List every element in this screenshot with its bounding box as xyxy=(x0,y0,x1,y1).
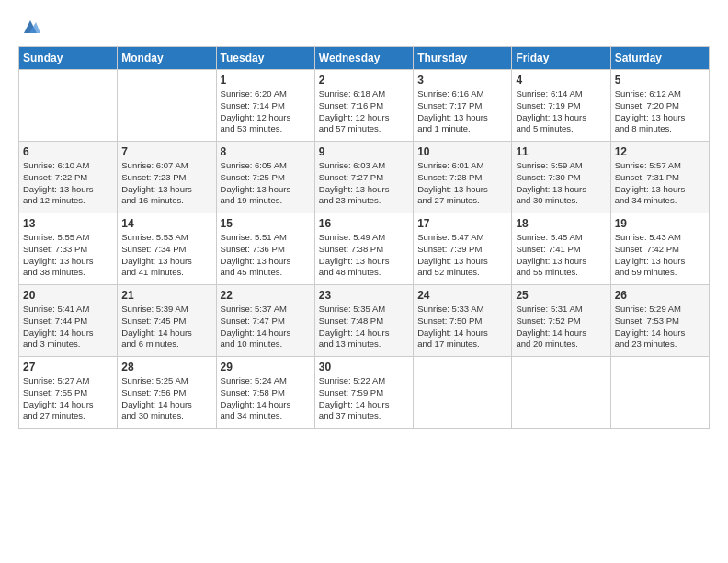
day-cell: 6Sunrise: 6:10 AM Sunset: 7:22 PM Daylig… xyxy=(19,142,118,213)
day-number: 8 xyxy=(221,145,311,158)
day-number: 24 xyxy=(417,289,507,302)
day-number: 27 xyxy=(23,361,113,373)
day-cell: 15Sunrise: 5:51 AM Sunset: 7:36 PM Dayli… xyxy=(216,213,314,285)
day-info: Sunrise: 6:12 AM Sunset: 7:20 PM Dayligh… xyxy=(615,88,705,135)
day-info: Sunrise: 5:51 AM Sunset: 7:36 PM Dayligh… xyxy=(221,232,311,279)
day-info: Sunrise: 6:05 AM Sunset: 7:25 PM Dayligh… xyxy=(221,160,311,207)
day-cell: 11Sunrise: 5:59 AM Sunset: 7:30 PM Dayli… xyxy=(512,142,610,213)
day-cell: 30Sunrise: 5:22 AM Sunset: 7:59 PM Dayli… xyxy=(314,357,413,429)
header xyxy=(18,17,710,37)
col-header-sunday: Sunday xyxy=(19,47,118,70)
day-cell: 24Sunrise: 5:33 AM Sunset: 7:50 PM Dayli… xyxy=(414,285,512,357)
day-number: 3 xyxy=(417,74,507,86)
day-info: Sunrise: 6:03 AM Sunset: 7:27 PM Dayligh… xyxy=(319,160,409,207)
logo-icon xyxy=(20,17,40,37)
day-number: 10 xyxy=(417,145,507,158)
col-header-tuesday: Tuesday xyxy=(216,47,314,70)
day-number: 23 xyxy=(319,289,409,302)
day-cell: 20Sunrise: 5:41 AM Sunset: 7:44 PM Dayli… xyxy=(19,285,118,357)
col-header-monday: Monday xyxy=(118,47,216,70)
day-info: Sunrise: 5:49 AM Sunset: 7:38 PM Dayligh… xyxy=(319,232,409,279)
day-info: Sunrise: 6:07 AM Sunset: 7:23 PM Dayligh… xyxy=(121,160,211,207)
day-number: 29 xyxy=(221,361,311,373)
day-info: Sunrise: 5:55 AM Sunset: 7:33 PM Dayligh… xyxy=(23,232,113,279)
calendar: SundayMondayTuesdayWednesdayThursdayFrid… xyxy=(18,46,710,429)
day-number: 1 xyxy=(221,74,311,86)
day-number: 5 xyxy=(615,74,705,86)
day-cell: 17Sunrise: 5:47 AM Sunset: 7:39 PM Dayli… xyxy=(414,213,512,285)
day-cell: 1Sunrise: 6:20 AM Sunset: 7:14 PM Daylig… xyxy=(216,70,314,142)
day-info: Sunrise: 5:41 AM Sunset: 7:44 PM Dayligh… xyxy=(23,304,113,350)
day-number: 14 xyxy=(121,217,211,230)
day-cell xyxy=(610,357,709,429)
day-cell: 18Sunrise: 5:45 AM Sunset: 7:41 PM Dayli… xyxy=(512,213,610,285)
day-cell: 2Sunrise: 6:18 AM Sunset: 7:16 PM Daylig… xyxy=(314,70,413,142)
day-number: 20 xyxy=(23,289,113,302)
day-info: Sunrise: 5:24 AM Sunset: 7:58 PM Dayligh… xyxy=(221,375,311,422)
day-number: 16 xyxy=(319,217,409,230)
day-info: Sunrise: 5:27 AM Sunset: 7:55 PM Dayligh… xyxy=(23,375,113,422)
day-cell xyxy=(512,357,610,429)
day-cell: 8Sunrise: 6:05 AM Sunset: 7:25 PM Daylig… xyxy=(216,142,314,213)
day-number: 25 xyxy=(516,289,606,302)
day-number: 26 xyxy=(615,289,705,302)
day-info: Sunrise: 6:20 AM Sunset: 7:14 PM Dayligh… xyxy=(221,88,311,135)
day-number: 11 xyxy=(516,145,606,158)
col-header-wednesday: Wednesday xyxy=(314,47,413,70)
day-cell: 16Sunrise: 5:49 AM Sunset: 7:38 PM Dayli… xyxy=(314,213,413,285)
day-cell: 28Sunrise: 5:25 AM Sunset: 7:56 PM Dayli… xyxy=(118,357,216,429)
col-header-saturday: Saturday xyxy=(610,47,709,70)
day-number: 19 xyxy=(615,217,705,230)
week-row-5: 27Sunrise: 5:27 AM Sunset: 7:55 PM Dayli… xyxy=(19,357,710,429)
day-cell: 10Sunrise: 6:01 AM Sunset: 7:28 PM Dayli… xyxy=(414,142,512,213)
day-cell: 23Sunrise: 5:35 AM Sunset: 7:48 PM Dayli… xyxy=(314,285,413,357)
day-cell: 27Sunrise: 5:27 AM Sunset: 7:55 PM Dayli… xyxy=(19,357,118,429)
day-info: Sunrise: 5:53 AM Sunset: 7:34 PM Dayligh… xyxy=(121,232,211,279)
day-cell: 26Sunrise: 5:29 AM Sunset: 7:53 PM Dayli… xyxy=(610,285,709,357)
week-row-3: 13Sunrise: 5:55 AM Sunset: 7:33 PM Dayli… xyxy=(19,213,710,285)
day-cell: 5Sunrise: 6:12 AM Sunset: 7:20 PM Daylig… xyxy=(610,70,709,142)
day-cell: 29Sunrise: 5:24 AM Sunset: 7:58 PM Dayli… xyxy=(216,357,314,429)
logo xyxy=(18,17,40,37)
day-cell xyxy=(414,357,512,429)
day-number: 30 xyxy=(319,361,409,373)
day-info: Sunrise: 6:14 AM Sunset: 7:19 PM Dayligh… xyxy=(516,88,606,135)
week-row-2: 6Sunrise: 6:10 AM Sunset: 7:22 PM Daylig… xyxy=(19,142,710,213)
day-number: 12 xyxy=(615,145,705,158)
day-info: Sunrise: 5:57 AM Sunset: 7:31 PM Dayligh… xyxy=(615,160,705,207)
day-cell: 12Sunrise: 5:57 AM Sunset: 7:31 PM Dayli… xyxy=(610,142,709,213)
day-info: Sunrise: 5:59 AM Sunset: 7:30 PM Dayligh… xyxy=(516,160,606,207)
day-info: Sunrise: 5:33 AM Sunset: 7:50 PM Dayligh… xyxy=(417,304,507,350)
day-info: Sunrise: 5:45 AM Sunset: 7:41 PM Dayligh… xyxy=(516,232,606,279)
page: SundayMondayTuesdayWednesdayThursdayFrid… xyxy=(0,0,728,563)
day-cell: 9Sunrise: 6:03 AM Sunset: 7:27 PM Daylig… xyxy=(314,142,413,213)
day-info: Sunrise: 6:16 AM Sunset: 7:17 PM Dayligh… xyxy=(417,88,507,135)
day-cell: 14Sunrise: 5:53 AM Sunset: 7:34 PM Dayli… xyxy=(118,213,216,285)
day-cell: 4Sunrise: 6:14 AM Sunset: 7:19 PM Daylig… xyxy=(512,70,610,142)
day-cell: 7Sunrise: 6:07 AM Sunset: 7:23 PM Daylig… xyxy=(118,142,216,213)
day-cell: 22Sunrise: 5:37 AM Sunset: 7:47 PM Dayli… xyxy=(216,285,314,357)
week-row-1: 1Sunrise: 6:20 AM Sunset: 7:14 PM Daylig… xyxy=(19,70,710,142)
day-info: Sunrise: 5:37 AM Sunset: 7:47 PM Dayligh… xyxy=(221,304,311,350)
day-number: 2 xyxy=(319,74,409,86)
day-cell: 21Sunrise: 5:39 AM Sunset: 7:45 PM Dayli… xyxy=(118,285,216,357)
day-number: 17 xyxy=(417,217,507,230)
day-number: 4 xyxy=(516,74,606,86)
day-info: Sunrise: 5:29 AM Sunset: 7:53 PM Dayligh… xyxy=(615,304,705,350)
day-number: 22 xyxy=(221,289,311,302)
week-row-4: 20Sunrise: 5:41 AM Sunset: 7:44 PM Dayli… xyxy=(19,285,710,357)
day-cell xyxy=(19,70,118,142)
day-cell: 19Sunrise: 5:43 AM Sunset: 7:42 PM Dayli… xyxy=(610,213,709,285)
day-number: 9 xyxy=(319,145,409,158)
col-header-thursday: Thursday xyxy=(414,47,512,70)
day-info: Sunrise: 6:18 AM Sunset: 7:16 PM Dayligh… xyxy=(319,88,409,135)
day-info: Sunrise: 5:35 AM Sunset: 7:48 PM Dayligh… xyxy=(319,304,409,350)
day-number: 6 xyxy=(23,145,113,158)
day-cell: 3Sunrise: 6:16 AM Sunset: 7:17 PM Daylig… xyxy=(414,70,512,142)
day-number: 28 xyxy=(121,361,211,373)
day-number: 15 xyxy=(221,217,311,230)
day-info: Sunrise: 6:01 AM Sunset: 7:28 PM Dayligh… xyxy=(417,160,507,207)
day-info: Sunrise: 6:10 AM Sunset: 7:22 PM Dayligh… xyxy=(23,160,113,207)
day-cell: 25Sunrise: 5:31 AM Sunset: 7:52 PM Dayli… xyxy=(512,285,610,357)
day-number: 21 xyxy=(121,289,211,302)
